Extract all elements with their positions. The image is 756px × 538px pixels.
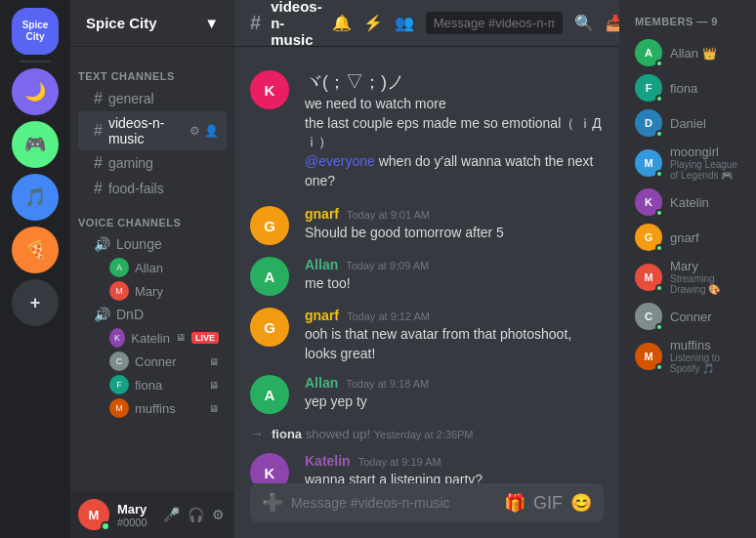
- member-item-katelin[interactable]: K Katelin: [627, 185, 748, 220]
- member-avatar-allan: A: [635, 39, 662, 66]
- chat-header: # videos-n-music 🔔 ⚡ 👥 🔍 📥 ❓: [234, 0, 619, 47]
- voice-user-conner[interactable]: C Conner 🖥: [78, 350, 227, 373]
- server-icon-3[interactable]: 🎵: [12, 174, 59, 221]
- member-status-text-mary: Streaming Drawing 🎨: [670, 273, 740, 295]
- members-header: MEMBERS — 9: [627, 16, 748, 27]
- msg-timestamp-gnarf-2: Today at 9:12 AM: [347, 310, 430, 322]
- voice-channel-label-lounge: Lounge: [116, 236, 162, 252]
- member-item-fiona[interactable]: F fiona: [627, 70, 748, 105]
- voice-user-name-fiona: fiona: [135, 378, 162, 393]
- system-text-fiona: fiona showed up! Yesterday at 2:36PM: [272, 427, 474, 441]
- user-name: Mary: [117, 502, 153, 517]
- channel-sidebar: Spice City ▼ TEXT CHANNELS # general # v…: [70, 0, 234, 538]
- message-content-allan: Allan Today at 9:09 AM me too!: [305, 257, 604, 296]
- server-icon-4[interactable]: 🍕: [12, 227, 59, 273]
- member-avatar-daniel: D: [635, 109, 662, 137]
- server-icon-2[interactable]: 🎮: [12, 121, 59, 168]
- member-status-allan: [655, 60, 663, 67]
- member-badge-allan: 👑: [702, 47, 717, 61]
- channel-list: TEXT CHANNELS # general # videos-n-music…: [70, 47, 234, 491]
- search-input[interactable]: [426, 12, 563, 34]
- message-text-1b: we need to watch more: [305, 95, 604, 114]
- member-status-conner: [655, 323, 663, 331]
- member-status-text-muffins: Listening to Spotify 🎵: [670, 352, 740, 374]
- bell-icon[interactable]: 🔔: [332, 14, 352, 32]
- channel-label-videos-n-music: videos-n-music: [108, 115, 184, 146]
- screen-icon-muffins: 🖥: [209, 403, 219, 414]
- chat-input[interactable]: [291, 483, 496, 522]
- voice-channel-lounge[interactable]: 🔊 Lounge: [78, 232, 227, 256]
- emoji-icon[interactable]: 😊: [570, 492, 592, 514]
- member-item-daniel[interactable]: D Daniel: [627, 105, 748, 141]
- message-header-allan-2: Allan Today at 9:18 AM: [305, 375, 604, 391]
- screen-icon-conner: 🖥: [209, 356, 219, 367]
- server-sidebar: Spice City 🌙 🎮 🎵 🍕 +: [0, 0, 70, 538]
- voice-user-katelin[interactable]: K Katelin 🖥 LIVE: [78, 326, 227, 350]
- channel-label-gaming: gaming: [108, 155, 153, 171]
- channel-item-general[interactable]: # general: [78, 86, 227, 111]
- settings-icon[interactable]: ⚙: [189, 124, 200, 138]
- voice-user-fiona[interactable]: F fiona 🖥: [78, 373, 227, 396]
- message-group-gnarf-2: G gnarf Today at 9:12 AM ooh is that new…: [234, 304, 619, 367]
- member-item-mary[interactable]: M Mary Streaming Drawing 🎨: [627, 255, 748, 299]
- member-status-muffins: [655, 363, 663, 371]
- lightning-icon[interactable]: ⚡: [363, 14, 383, 32]
- server-chevron: ▼: [204, 15, 219, 31]
- message-avatar-allan-2: A: [250, 375, 289, 414]
- member-item-moongirl[interactable]: M moongirl Playing League of Legends 🎮: [627, 141, 748, 185]
- member-item-gnarf[interactable]: G gnarf: [627, 220, 748, 255]
- message-header-gnarf-2: gnarf Today at 9:12 AM: [305, 308, 604, 323]
- message-group-allan-2: A Allan Today at 9:18 AM yep yep ty: [234, 371, 619, 418]
- chat-input-box: ➕ 🎁 GIF 😊: [250, 483, 604, 522]
- channel-label-general: general: [108, 91, 154, 106]
- hash-icon: #: [94, 122, 103, 140]
- user-panel: M Mary #0000 🎤 🎧 ⚙: [70, 491, 234, 538]
- msg-author-gnarf: gnarf: [305, 206, 339, 222]
- gift-icon[interactable]: 🎁: [504, 492, 525, 514]
- msg-timestamp-allan-2: Today at 9:18 AM: [346, 378, 429, 390]
- member-status-mary: [655, 284, 663, 292]
- deafen-button[interactable]: 🎧: [186, 505, 206, 524]
- mute-button[interactable]: 🎤: [161, 505, 182, 524]
- message-avatar-katelin: K: [250, 453, 289, 483]
- member-item-allan[interactable]: A Allan 👑: [627, 35, 748, 70]
- user-settings-button[interactable]: ⚙: [210, 505, 227, 524]
- voice-channel-dnd[interactable]: 🔊 DnD: [78, 303, 227, 326]
- channel-item-food-fails[interactable]: # food-fails: [78, 176, 227, 201]
- voice-user-allan[interactable]: A Allan: [78, 256, 227, 279]
- member-avatar-conner: C: [635, 303, 662, 330]
- channel-label-food-fails: food-fails: [108, 181, 164, 196]
- msg-text-gnarf-1: Should be good tomorrow after 5: [305, 224, 604, 243]
- message-avatar-gnarf-2: G: [250, 308, 289, 347]
- server-name-bar[interactable]: Spice City ▼: [70, 0, 234, 47]
- server-icon-1[interactable]: 🌙: [12, 68, 59, 115]
- attach-icon[interactable]: ➕: [262, 492, 283, 514]
- add-server-icon[interactable]: +: [12, 279, 59, 326]
- voice-user-avatar-fiona: F: [109, 375, 129, 394]
- member-item-conner[interactable]: C Conner: [627, 299, 748, 334]
- voice-user-muffins[interactable]: M muffins 🖥: [78, 396, 227, 420]
- message-content-allan-2: Allan Today at 9:18 AM yep yep ty: [305, 375, 604, 414]
- search-icon[interactable]: 🔍: [574, 14, 594, 32]
- channel-item-gaming[interactable]: # gaming: [78, 150, 227, 176]
- user-tag: #0000: [117, 517, 153, 528]
- members-icon[interactable]: 👥: [395, 14, 414, 32]
- voice-user-mary[interactable]: M Mary: [78, 279, 227, 303]
- msg-author-gnarf-2: gnarf: [305, 308, 339, 323]
- member-status-text-moongirl: Playing League of Legends 🎮: [670, 159, 740, 181]
- member-item-muffins[interactable]: M muffins Listening to Spotify 🎵: [627, 334, 748, 378]
- server-icon-spicecity[interactable]: Spice City: [12, 8, 59, 55]
- add-icon[interactable]: 👤: [204, 124, 219, 138]
- message-text-1c: the last couple eps made me so emotional…: [305, 114, 604, 152]
- channel-item-videos-n-music[interactable]: # videos-n-music ⚙ 👤: [78, 111, 227, 150]
- message-avatar-k: K: [250, 70, 289, 109]
- user-avatar: M: [78, 499, 109, 530]
- member-status-daniel: [655, 130, 663, 138]
- screen-icon: 🖥: [176, 332, 186, 344]
- member-name-allan: Allan: [670, 46, 702, 61]
- member-name-muffins: muffins: [670, 338, 740, 352]
- gif-icon[interactable]: GIF: [533, 493, 563, 514]
- msg-timestamp-allan: Today at 9:09 AM: [346, 260, 429, 271]
- message-group-gnarf-1: G gnarf Today at 9:01 AM Should be good …: [234, 202, 619, 249]
- member-name-gnarf: gnarf: [670, 230, 740, 245]
